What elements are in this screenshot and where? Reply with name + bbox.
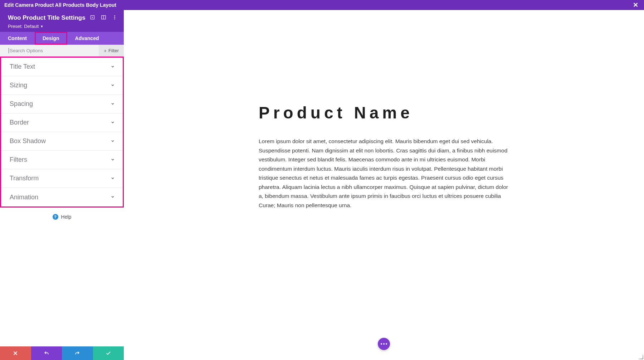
accordion-filters[interactable]: Filters	[1, 151, 123, 169]
accordion-box-shadow[interactable]: Box Shadow	[1, 132, 123, 151]
chevron-down-icon	[111, 194, 115, 200]
settings-title: Woo Product Title Settings	[8, 14, 86, 21]
accordion-sizing[interactable]: Sizing	[1, 76, 123, 95]
help-icon: ?	[53, 214, 58, 220]
columns-icon[interactable]	[101, 15, 106, 21]
accordion-label: Animation	[10, 194, 38, 201]
chevron-down-icon	[111, 157, 115, 163]
preview-pane: Product Name Lorem ipsum dolor sit amet,…	[124, 10, 644, 360]
header-icons	[90, 15, 117, 21]
save-button[interactable]	[93, 346, 124, 360]
help-link[interactable]: ? Help	[0, 208, 124, 226]
chevron-down-icon	[111, 64, 115, 70]
tab-content[interactable]: Content	[0, 32, 35, 45]
product-title: Product Name	[259, 103, 509, 122]
settings-sidebar: Woo Product Title Settings Preset: Defau…	[0, 10, 124, 360]
accordion-title-text[interactable]: Title Text	[1, 58, 123, 76]
floating-action-button[interactable]	[378, 338, 390, 350]
preset-value: Default	[24, 24, 39, 29]
search-bar: + Filter	[0, 45, 124, 57]
resize-handle-icon[interactable]	[638, 354, 643, 359]
cancel-button[interactable]	[0, 346, 31, 360]
preset-label: Preset:	[8, 24, 23, 29]
more-icon[interactable]	[112, 15, 117, 21]
redo-button[interactable]	[62, 346, 93, 360]
top-bar-title: Edit Camera Product All Products Body La…	[4, 2, 116, 8]
product-description: Lorem ipsum dolor sit amet, consectetur …	[259, 137, 509, 210]
filter-label: Filter	[108, 48, 119, 53]
accordion-label: Transform	[10, 175, 39, 182]
svg-point-6	[114, 18, 115, 19]
accordion-label: Border	[10, 119, 29, 126]
accordion-spacing[interactable]: Spacing	[1, 95, 123, 113]
chevron-down-icon	[111, 175, 115, 182]
chevron-down-icon	[111, 101, 115, 107]
plus-icon: +	[104, 48, 107, 54]
settings-tabs: Content Design Advanced	[0, 32, 124, 45]
sidebar-header: Woo Product Title Settings Preset: Defau…	[0, 10, 124, 32]
chevron-down-icon	[111, 120, 115, 126]
svg-point-5	[114, 17, 115, 18]
tab-design[interactable]: Design	[35, 32, 67, 45]
close-icon[interactable]: ✕	[631, 1, 640, 9]
spacer	[0, 226, 124, 346]
filter-button[interactable]: + Filter	[99, 45, 124, 57]
search-input[interactable]	[0, 48, 99, 53]
accordion-label: Spacing	[10, 100, 33, 108]
preview-content: Product Name Lorem ipsum dolor sit amet,…	[259, 10, 509, 210]
main: Woo Product Title Settings Preset: Defau…	[0, 10, 644, 360]
accordion-label: Sizing	[10, 82, 27, 89]
design-accordion: Title Text Sizing Spacing Border Box Sha…	[0, 57, 124, 208]
top-bar: Edit Camera Product All Products Body La…	[0, 0, 644, 10]
action-bar	[0, 346, 124, 360]
accordion-border[interactable]: Border	[1, 113, 123, 132]
svg-point-4	[114, 15, 115, 16]
accordion-label: Title Text	[10, 63, 35, 70]
help-label: Help	[61, 214, 72, 220]
accordion-label: Filters	[10, 156, 27, 164]
accordion-label: Box Shadow	[10, 137, 46, 145]
undo-button[interactable]	[31, 346, 62, 360]
chevron-down-icon: ▼	[40, 25, 43, 28]
accordion-transform[interactable]: Transform	[1, 169, 123, 188]
responsive-icon[interactable]	[90, 15, 95, 21]
preset-selector[interactable]: Preset: Default ▼	[8, 24, 117, 29]
svg-point-1	[92, 17, 93, 18]
tab-advanced[interactable]: Advanced	[67, 32, 107, 45]
chevron-down-icon	[111, 82, 115, 89]
chevron-down-icon	[111, 138, 115, 145]
accordion-animation[interactable]: Animation	[1, 188, 123, 206]
